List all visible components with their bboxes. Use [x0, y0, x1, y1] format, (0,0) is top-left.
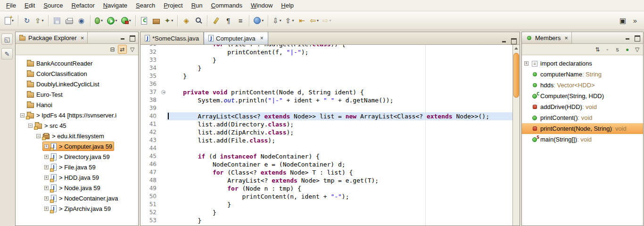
show-whitespace-button[interactable]: ¶ [223, 15, 234, 27]
close-view-icon[interactable]: × [81, 34, 84, 42]
code-line-47[interactable]: 47 for (Class<? extends Node> T : list) … [140, 168, 512, 176]
previous-annotation-button[interactable]: ⇧▾ [284, 15, 296, 27]
tree-item[interactable]: +> ZipArchiv.java 59 [16, 203, 138, 214]
menu-source[interactable]: Source [39, 0, 67, 11]
last-edit-location-button[interactable]: ⇤ [296, 15, 307, 27]
members-hide-static-members-button[interactable]: s [613, 45, 622, 54]
expand-expander-icon[interactable]: + [44, 165, 49, 169]
package-explorer-tab[interactable]: Package Explorer × [16, 32, 88, 43]
code-line-40[interactable]: 40 ArrayList<Class<? extends Node>> list… [140, 112, 512, 120]
maximize-button[interactable] [510, 37, 518, 44]
member-item[interactable]: printContent() : void [522, 112, 643, 123]
dropdown-arrow-icon[interactable]: ▾ [42, 18, 44, 23]
scroll-up-arrow-icon[interactable] [513, 45, 520, 51]
member-item[interactable]: addDrive(HDD) : void [522, 101, 643, 112]
external-tools-button[interactable]: ▾ [120, 15, 132, 27]
menu-navigate[interactable]: Navigate [99, 0, 132, 11]
maximize-button[interactable] [128, 34, 136, 42]
new-java-class-button[interactable] [139, 15, 150, 27]
code-line-34[interactable]: 34 } [140, 64, 512, 72]
next-annotation-button[interactable]: ⇩▾ [271, 15, 283, 27]
back-button[interactable]: ⇦▾ [308, 15, 320, 27]
dropdown-arrow-icon[interactable]: ▾ [262, 18, 264, 23]
collapse-expander-icon[interactable]: − [28, 124, 33, 128]
code-line-43[interactable]: 43 list.add(File.class); [140, 136, 512, 144]
run-button[interactable]: ▾ [106, 15, 119, 27]
expand-expander-icon[interactable]: + [44, 186, 49, 190]
code-line-36[interactable]: 36 [140, 80, 512, 88]
member-item[interactable]: hdds : Vector<HDD> [522, 80, 643, 91]
scrollbar-thumb[interactable] [513, 53, 519, 98]
dropdown-arrow-icon[interactable]: ▾ [171, 18, 173, 23]
member-item[interactable]: CComputer(String, HDD) [522, 91, 643, 101]
menu-project[interactable]: Project [159, 0, 187, 11]
tree-item[interactable]: +> HDD.java 59 [16, 172, 138, 183]
expand-expander-icon[interactable]: + [44, 144, 49, 149]
code-line-51[interactable]: 51 } [140, 201, 512, 209]
code-line-32[interactable]: 32 printContent(f, "|-"); [140, 48, 512, 56]
fold-collapse-icon[interactable] [161, 90, 165, 94]
code-line-31[interactable]: 31 for (File f : hdd.get(File.class)) { [140, 45, 512, 48]
tree-item[interactable]: +BankAccountReader [16, 58, 138, 68]
tree-item[interactable]: +DoublyLinkedCyclicList [16, 79, 138, 89]
expand-expander-icon[interactable]: + [524, 61, 528, 66]
code-line-39[interactable]: 39 [140, 104, 512, 112]
tree-item[interactable]: +Hanoi [16, 100, 138, 110]
code-line-42[interactable]: 42 list.add(ZipArchiv.class); [140, 128, 512, 136]
tree-item[interactable]: −> edu.kit.filesystem [16, 131, 138, 141]
tree-item[interactable]: +> Node.java 59 [16, 183, 138, 193]
menu-edit[interactable]: Edit [20, 0, 39, 11]
fast-view-button[interactable]: ✎ [1, 48, 13, 59]
pin-editor-button[interactable]: ▣ [617, 15, 628, 27]
code-line-49[interactable]: 49 for (Node n : tmp) { [140, 184, 512, 193]
code-area[interactable]: 31 for (File f : hdd.get(File.class)) {3… [140, 45, 512, 226]
open-type-button[interactable]: ◈ [181, 15, 192, 27]
code-line-44[interactable]: 44 [140, 144, 512, 152]
members-view-menu-button[interactable]: ▽ [633, 45, 642, 54]
collapse-expander-icon[interactable]: − [20, 113, 25, 117]
editor-tab-computer-java[interactable]: Computer.java× [204, 32, 268, 44]
dropdown-arrow-icon[interactable]: ▾ [280, 18, 281, 23]
collapse-expander-icon[interactable]: − [36, 134, 41, 138]
code-line-37[interactable]: 37 private void printContent(Node d, Str… [140, 88, 512, 96]
member-item[interactable]: printContent(Node, String) : void [522, 123, 643, 134]
menu-window[interactable]: Window [247, 0, 277, 11]
close-view-icon[interactable]: × [564, 34, 568, 42]
code-line-45[interactable]: 45 if (d instanceof NodeContainer) { [140, 152, 512, 160]
code-line-52[interactable]: 52 } [140, 209, 512, 217]
code-line-53[interactable]: 53 } [140, 217, 512, 225]
member-item[interactable]: +import declarations [522, 58, 643, 69]
tree-item[interactable]: +ColorClassification [16, 68, 138, 79]
print-button[interactable] [64, 15, 75, 27]
dropdown-arrow-icon[interactable]: ▾ [129, 18, 131, 23]
show-selected-element-button[interactable]: ≡ [235, 15, 246, 27]
pe-view-menu-button[interactable]: ▽ [128, 45, 137, 54]
menu-run[interactable]: Run [187, 0, 207, 11]
editor-scrollbar[interactable] [512, 45, 520, 226]
search-button[interactable] [193, 15, 204, 27]
toolbar-overflow-button[interactable]: » [629, 15, 641, 27]
team-update-button[interactable]: ↻ [21, 15, 33, 27]
dropdown-arrow-icon[interactable]: ▾ [330, 18, 331, 23]
team-commit-button[interactable]: ⇪▾ [33, 15, 45, 27]
members-hide-non-public-button[interactable]: ● [623, 45, 632, 54]
tree-item[interactable]: +> Directory.java 59 [16, 151, 138, 162]
minimize-button[interactable] [623, 34, 631, 42]
tree-item[interactable]: +> File.java 59 [16, 162, 138, 172]
code-line-38[interactable]: 38 System.out.println("|-" + ident + " "… [140, 96, 512, 104]
expand-expander-icon[interactable]: + [44, 207, 49, 211]
menu-search[interactable]: Search [132, 0, 159, 11]
code-line-48[interactable]: 48 ArrayList<? extends Node> tmp = e.get… [140, 176, 512, 184]
members-sort-button[interactable]: ⇅ [593, 45, 602, 54]
tree-item[interactable]: +> Computer.java 59 [16, 141, 138, 151]
menu-file[interactable]: File [2, 0, 20, 11]
new-java-element-button[interactable]: ✦▾ [163, 15, 175, 27]
members-tab[interactable]: Members × [522, 32, 572, 43]
close-tab-icon[interactable]: × [260, 35, 264, 42]
members-hide-fields-button[interactable]: ◦ [603, 45, 612, 54]
expand-expander-icon[interactable]: + [44, 196, 49, 201]
editor-tab--someclass-java[interactable]: *SomeClass.java [140, 32, 204, 44]
dropdown-arrow-icon[interactable]: ▾ [317, 18, 319, 23]
member-item[interactable]: Smain(String[]) : void [522, 134, 643, 145]
dropdown-arrow-icon[interactable]: ▾ [116, 18, 117, 23]
